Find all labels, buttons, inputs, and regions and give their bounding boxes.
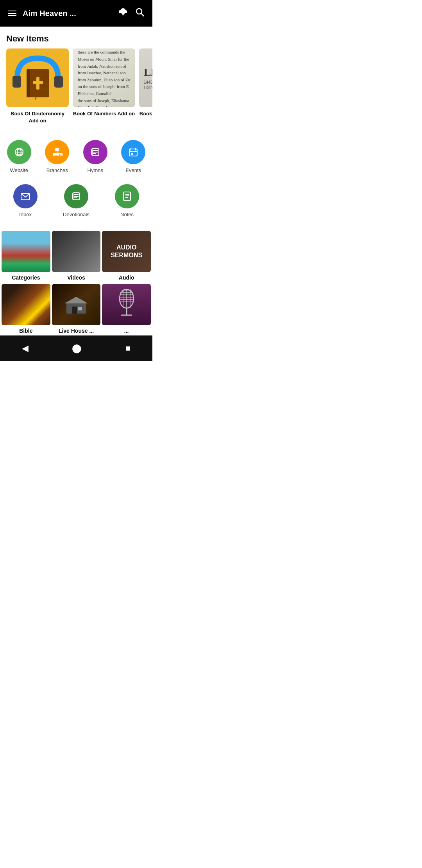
notes-icon — [115, 184, 139, 208]
svg-marker-51 — [64, 297, 88, 303]
svg-rect-15 — [35, 97, 36, 100]
notes-label: Notes — [120, 212, 134, 217]
search-icon[interactable] — [135, 7, 145, 19]
card-leviticus[interactable]: LEVITICU 1445–1407 BC Holiness to the Lo… — [139, 48, 152, 124]
website-item[interactable]: Website — [0, 135, 38, 179]
svg-rect-12 — [27, 69, 30, 97]
svg-marker-6 — [122, 13, 125, 16]
media-categories[interactable]: Categories — [2, 231, 50, 282]
recents-button[interactable]: ■ — [118, 341, 138, 356]
card-numbers-label: Book Of Numbers Add on — [73, 110, 135, 117]
inbox-item[interactable]: Inbox — [0, 179, 51, 223]
events-label: Events — [125, 167, 141, 173]
media-audio[interactable]: AUDIOSERMONS Audio — [102, 231, 151, 282]
media-grid: Categories Videos AUDIOSERMONS Audio Bib… — [0, 231, 152, 335]
media-bible[interactable]: Bible — [2, 284, 50, 335]
svg-rect-44 — [72, 194, 73, 199]
card-deuteronomy-label: Book Of Deuteronomy Add on — [6, 110, 69, 124]
svg-rect-33 — [91, 149, 93, 155]
header-actions — [118, 7, 145, 20]
inbox-icon — [13, 184, 38, 208]
svg-rect-21 — [55, 148, 59, 151]
devotionals-label: Devotionals — [63, 212, 89, 217]
new-items-scroll: Book Of Deuteronomy Add on bers these ar… — [0, 48, 152, 131]
icon-grid-row2: Inbox Devotionals Notes — [0, 179, 152, 231]
events-item[interactable]: Events — [114, 135, 153, 179]
devotionals-icon — [64, 184, 88, 208]
back-button[interactable]: ◀ — [14, 341, 36, 356]
hymns-label: Hymns — [88, 167, 103, 173]
media-livehouse[interactable]: Live House ... — [52, 284, 101, 335]
menu-button[interactable] — [8, 11, 16, 16]
branches-icon — [45, 140, 69, 164]
bible-label: Bible — [19, 328, 32, 335]
download-icon[interactable] — [118, 7, 128, 20]
devotionals-item[interactable]: Devotionals — [51, 179, 102, 223]
app-title: Aim Heaven ... — [23, 9, 112, 18]
branches-item[interactable]: Branches — [38, 135, 77, 179]
branches-label: Branches — [46, 167, 68, 173]
svg-rect-10 — [54, 76, 63, 88]
categories-label: Categories — [12, 274, 40, 282]
svg-rect-46 — [123, 193, 124, 200]
notes-item[interactable]: Notes — [102, 179, 152, 223]
bottom-navigation: ◀ ⬤ ■ — [0, 335, 152, 361]
card-leviticus-label: Book Of Leviticus Add on — [139, 110, 152, 117]
card-numbers[interactable]: bers these are the commands the Moses on… — [73, 48, 135, 124]
media-videos[interactable]: Videos — [52, 231, 101, 282]
icon-grid-row1: Website Branches — [0, 131, 152, 179]
card-deuteronomy[interactable]: Book Of Deuteronomy Add on — [6, 48, 69, 124]
home-button[interactable]: ⬤ — [64, 341, 89, 356]
hymns-item[interactable]: Hymns — [76, 135, 114, 179]
app-header: Aim Heaven ... — [0, 0, 152, 27]
svg-rect-9 — [13, 76, 21, 88]
new-items-title: New Items — [0, 27, 152, 48]
svg-rect-52 — [72, 307, 77, 314]
svg-rect-14 — [33, 81, 43, 84]
svg-rect-5 — [119, 11, 127, 13]
events-icon — [121, 140, 145, 164]
microphone-label: ... — [124, 328, 129, 335]
hymns-icon — [83, 140, 107, 164]
videos-label: Videos — [67, 274, 85, 282]
inbox-label: Inbox — [19, 212, 32, 217]
livehouse-label: Live House ... — [59, 328, 94, 335]
website-label: Website — [10, 167, 28, 173]
svg-rect-38 — [131, 153, 133, 155]
svg-line-8 — [141, 14, 144, 16]
audio-label: Audio — [119, 274, 134, 282]
media-microphone[interactable]: ... — [102, 284, 151, 335]
website-icon — [7, 140, 31, 164]
svg-rect-53 — [78, 307, 82, 310]
